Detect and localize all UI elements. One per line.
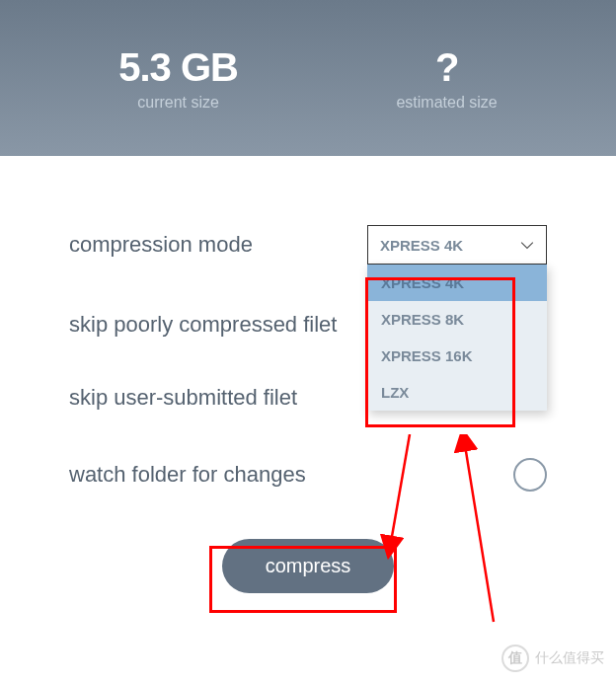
compression-mode-dropdown[interactable]: XPRESS 4K	[367, 225, 547, 265]
current-size-label: current size	[118, 94, 238, 112]
dropdown-item-xpress16k[interactable]: XPRESS 16K	[367, 338, 547, 374]
compression-mode-label: compression mode	[69, 232, 253, 258]
current-size-value: 5.3 GB	[118, 45, 238, 90]
chevron-down-icon	[520, 238, 534, 252]
watch-folder-label: watch folder for changes	[69, 462, 306, 488]
dropdown-item-xpress8k[interactable]: XPRESS 8K	[367, 301, 547, 338]
skip-user-label: skip user-submitted filet	[69, 385, 297, 411]
watermark: 值 什么值得买	[501, 645, 604, 672]
compression-mode-dropdown-wrapper: XPRESS 4K XPRESS 4K XPRESS 8K XPRESS 16K…	[367, 225, 547, 265]
dropdown-item-lzx[interactable]: LZX	[367, 374, 547, 411]
compression-mode-row: compression mode XPRESS 4K XPRESS 4K XPR…	[69, 225, 547, 265]
header: 5.3 GB current size ? estimated size	[0, 0, 616, 156]
content-area: compression mode XPRESS 4K XPRESS 4K XPR…	[0, 156, 616, 593]
watermark-text: 什么值得买	[535, 649, 604, 667]
current-size-block: 5.3 GB current size	[118, 45, 238, 112]
estimated-size-label: estimated size	[396, 94, 497, 112]
estimated-size-value: ?	[396, 45, 497, 90]
compression-mode-list: XPRESS 4K XPRESS 8K XPRESS 16K LZX	[367, 265, 547, 411]
skip-poor-label: skip poorly compressed filet	[69, 312, 337, 338]
watermark-logo: 值	[501, 645, 529, 672]
compression-mode-selected: XPRESS 4K	[380, 237, 463, 254]
dropdown-item-xpress4k[interactable]: XPRESS 4K	[367, 265, 547, 301]
watch-folder-row: watch folder for changes	[69, 458, 547, 492]
estimated-size-block: ? estimated size	[396, 45, 497, 112]
watch-folder-toggle[interactable]	[513, 458, 547, 492]
compress-button[interactable]: compress	[222, 539, 395, 593]
